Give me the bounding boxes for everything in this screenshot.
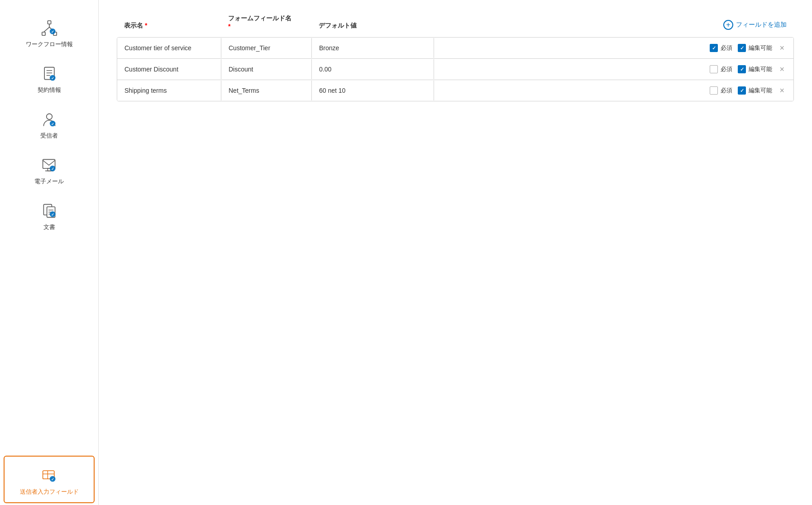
contract-icon: ✓ bbox=[38, 63, 60, 85]
main-content: 表示名 * フォームフィールド名 * デフォルト値 + フィールドを追加 Cus… bbox=[99, 0, 812, 505]
cell-controls: 必須 編集可能 × bbox=[434, 59, 793, 80]
required-checkbox[interactable] bbox=[710, 44, 718, 52]
col-display-name-header: 表示名 * bbox=[124, 22, 228, 30]
workflow-icon: ✓ bbox=[38, 17, 60, 39]
required-group: 必須 bbox=[710, 65, 732, 73]
svg-text:✓: ✓ bbox=[51, 76, 54, 80]
cell-default-value: Bronze bbox=[312, 38, 434, 58]
cell-controls: 必須 編集可能 × bbox=[434, 38, 793, 58]
editable-group: 編集可能 bbox=[738, 65, 772, 73]
cell-default-value: 60 net 10 bbox=[312, 81, 434, 100]
required-checkbox[interactable] bbox=[710, 86, 718, 95]
cell-form-field: Discount bbox=[221, 59, 312, 79]
sidebar-item-sender-fields[interactable]: ✓ 送信者入力フィールド bbox=[4, 456, 95, 503]
sidebar-item-email-label: 電子メール bbox=[34, 178, 64, 186]
delete-row-button[interactable]: × bbox=[778, 86, 786, 95]
delete-row-button[interactable]: × bbox=[778, 44, 786, 52]
editable-group: 編集可能 bbox=[738, 86, 772, 95]
sidebar-item-contract[interactable]: ✓ 契約情報 bbox=[0, 55, 98, 100]
editable-label: 編集可能 bbox=[749, 86, 772, 95]
svg-text:✓: ✓ bbox=[51, 212, 54, 216]
required-checkbox[interactable] bbox=[710, 65, 718, 73]
svg-line-4 bbox=[43, 27, 49, 32]
col-form-field-header: フォームフィールド名 * bbox=[228, 14, 319, 30]
editable-label: 編集可能 bbox=[749, 65, 772, 73]
svg-point-14 bbox=[46, 114, 52, 119]
document-icon: ✓ bbox=[38, 200, 60, 222]
table-header: 表示名 * フォームフィールド名 * デフォルト値 + フィールドを追加 bbox=[117, 14, 794, 33]
sidebar-item-document[interactable]: ✓ 文書 bbox=[0, 192, 98, 238]
sidebar-item-document-label: 文書 bbox=[43, 224, 55, 231]
svg-text:✓: ✓ bbox=[51, 167, 54, 171]
editable-checkbox[interactable] bbox=[738, 65, 746, 73]
cell-form-field: Customer_Tier bbox=[221, 38, 312, 58]
sidebar-item-contract-label: 契約情報 bbox=[38, 86, 61, 94]
cell-display-name: Customer Discount bbox=[117, 59, 221, 79]
sidebar-item-workflow-label: ワークフロー情報 bbox=[26, 41, 73, 48]
table-row: Customer Discount Discount 0.00 必須 編集可能 … bbox=[117, 59, 793, 80]
delete-row-button[interactable]: × bbox=[778, 65, 786, 73]
cell-display-name: Customer tier of service bbox=[117, 38, 221, 58]
required-label: 必須 bbox=[721, 86, 732, 95]
required-group: 必須 bbox=[710, 86, 732, 95]
cell-default-value: 0.00 bbox=[312, 59, 434, 79]
sidebar-item-email[interactable]: ✓ 電子メール bbox=[0, 146, 98, 192]
plus-circle-icon: + bbox=[723, 20, 733, 30]
sidebar-item-recipient-label: 受信者 bbox=[40, 132, 58, 140]
svg-text:✓: ✓ bbox=[51, 30, 54, 34]
svg-text:✓: ✓ bbox=[51, 477, 54, 481]
sidebar-item-recipient[interactable]: ✓ 受信者 bbox=[0, 100, 98, 146]
editable-checkbox[interactable] bbox=[738, 86, 746, 95]
required-label: 必須 bbox=[721, 65, 732, 73]
sender-fields-icon: ✓ bbox=[38, 465, 60, 486]
sidebar-item-sender-fields-label: 送信者入力フィールド bbox=[20, 488, 79, 496]
cell-display-name: Shipping terms bbox=[117, 81, 221, 100]
add-field-button[interactable]: + フィールドを追加 bbox=[723, 20, 787, 30]
col-default-value-header: デフォルト値 bbox=[319, 22, 441, 30]
editable-group: 編集可能 bbox=[738, 44, 772, 52]
svg-rect-0 bbox=[48, 21, 51, 24]
sidebar: ✓ ワークフロー情報 ✓ 契約情報 ✓ bbox=[0, 0, 99, 505]
fields-table: Customer tier of service Customer_Tier B… bbox=[117, 37, 794, 101]
svg-rect-1 bbox=[42, 32, 45, 35]
table-row: Shipping terms Net_Terms 60 net 10 必須 編集… bbox=[117, 80, 793, 101]
recipient-icon: ✓ bbox=[38, 109, 60, 130]
editable-label: 編集可能 bbox=[749, 44, 772, 52]
svg-text:✓: ✓ bbox=[51, 122, 54, 126]
sidebar-item-workflow[interactable]: ✓ ワークフロー情報 bbox=[0, 9, 98, 55]
required-group: 必須 bbox=[710, 44, 732, 52]
email-icon: ✓ bbox=[38, 154, 60, 176]
editable-checkbox[interactable] bbox=[738, 44, 746, 52]
required-label: 必須 bbox=[721, 44, 732, 52]
table-row: Customer tier of service Customer_Tier B… bbox=[117, 38, 793, 59]
cell-form-field: Net_Terms bbox=[221, 81, 312, 100]
add-field-area: + フィールドを追加 bbox=[441, 20, 787, 30]
cell-controls: 必須 編集可能 × bbox=[434, 80, 793, 101]
